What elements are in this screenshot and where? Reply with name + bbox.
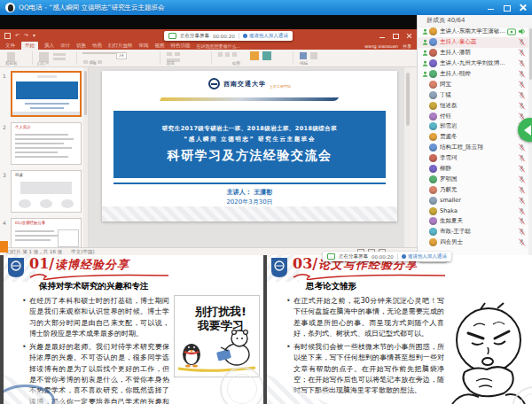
member-row[interactable]: 主讲人-九州大学刘炆博… [418,58,528,69]
thumbnail-scrollbar[interactable] [83,67,88,247]
ppt-close-button[interactable] [406,33,412,39]
qq-call-window: QQ电话 - “感人瞬间 立德明志”研究生云主题班会 ↶ ↷ ▾ [0,0,532,404]
member-row[interactable]: 丁猛 [418,89,528,100]
member-row[interactable]: 主持人-熙烨 [418,69,528,80]
university-shield-icon [270,257,288,278]
avatar [429,197,437,205]
screen-share-toolbar: 正在分享屏幕 00:00:20 邀请他人加入通话 [323,252,451,261]
powerpoint-window: ↶ ↷ ▾ 正在分享屏幕 00:00:20 邀请他人加入通话 [0,29,417,255]
ppt-minimize-button[interactable] [379,33,386,39]
slide-editing-canvas[interactable]: 西南交通大学 土木工程学院 研究生2017级专硕岩土一班、2018级岩土班、20… [89,67,411,247]
thumbnail-slide-1[interactable] [11,71,82,117]
member-row[interactable]: 结构工程_陈云翔 [418,143,528,153]
font-name-box[interactable] [82,52,118,54]
tab-视图[interactable]: 视图 [155,42,165,50]
ribbon-group-label: 段落 [167,61,175,66]
avatar [429,113,437,120]
underline-button[interactable] [98,60,102,64]
window-title: QQ电话 - “感人瞬间 立德明志”研究生云主题班会 [19,4,164,12]
member-row[interactable]: 柳静 [418,164,528,175]
minimize-button[interactable] [487,4,495,12]
member-row[interactable]: 付钰 [418,111,528,121]
muted-mic-icon [518,70,526,78]
thumbnail-slide-3[interactable]: 目录 [11,170,82,213]
font-size-box[interactable]: 24 [116,52,127,59]
shape-circle-button[interactable] [225,52,230,57]
member-row[interactable]: 李雪珂 [418,153,528,164]
reset-button[interactable] [53,58,66,60]
bold-button[interactable] [83,60,88,64]
tab-动画[interactable]: 动画 [92,42,102,50]
member-list: 主讲人-东南大学王潇敏…主持人-童心蕊主持人-潘萌主讲人-九州大学刘炆博…主持人… [418,27,528,253]
quickaccess-dropdown-icon[interactable]: ▾ [33,33,35,38]
select-button[interactable] [310,52,317,59]
tab-特色功能[interactable]: 特色功能 [171,42,191,50]
shape-rect-button[interactable] [218,52,223,57]
undo-icon[interactable]: ↶ [15,33,20,38]
member-row[interactable]: 主讲人-东南大学王潇敏… [418,27,528,37]
member-row[interactable]: 主持人-潘萌 [418,48,528,58]
member-name: 丁猛 [440,91,518,99]
ribbon-group-label: 幻灯片 [37,61,50,66]
member-row[interactable]: 郭雪岩 [418,121,528,132]
tab-文件[interactable]: 文件 [5,42,15,50]
member-row[interactable]: 市政-王子聪 [418,227,528,237]
thumb-number: 1 [3,73,6,79]
language-indicator: 中文(中国) [71,249,94,255]
muted-mic-icon [518,238,526,246]
redo-icon[interactable]: ↷ [24,33,28,38]
muted-mic-icon [518,154,526,162]
invite-button[interactable]: 邀请他人加入通话 [243,33,288,39]
member-row[interactable]: 主持人-童心蕊 [418,37,528,48]
muted-mic-icon [518,217,526,225]
role-badge-icon [422,71,429,77]
member-row[interactable]: 生如夏天 [418,216,528,227]
arrange-button[interactable] [250,51,259,60]
member-row[interactable]: 四会男士 [418,237,528,248]
tab-设计[interactable]: 设计 [60,42,70,50]
align-left-button[interactable] [167,52,172,56]
thumbnail-slide-2[interactable]: 个人简介 [11,122,82,165]
muted-mic-icon [518,175,526,183]
member-row[interactable]: smaller [418,195,528,206]
layout-button[interactable] [53,53,66,56]
member-row[interactable]: 阿宝 [418,79,528,89]
tell-me-search[interactable]: 告诉我您想要做什么... [197,43,241,49]
restore-button[interactable] [503,4,511,12]
slide-scrollbar[interactable] [404,67,411,247]
tab-切换[interactable]: 切换 [76,42,86,50]
member-row[interactable]: 罗明国 [418,174,528,184]
member-name: 主持人-童心蕊 [440,38,518,46]
ppt-restore-button[interactable] [393,33,399,39]
avatar [429,228,437,236]
thumb-number: 3 [3,172,6,178]
member-name: 贾孟冬 [440,133,518,141]
role-badge-icon [422,39,429,45]
watermark-emblem [220,367,263,404]
member-name: 郭雪岩 [440,122,518,130]
shared-screen-area: ↶ ↷ ▾ 正在分享屏幕 00:00:20 邀请他人加入通话 [0,15,417,255]
shape-arrow-button[interactable] [232,52,237,57]
member-row[interactable]: 乃麒元 [418,184,528,195]
invite-button[interactable]: 邀请他人加入通话 [402,253,447,260]
tab-开始[interactable]: 开始 [21,42,38,50]
save-icon[interactable] [4,33,11,39]
member-row[interactable]: 恒述磊 [418,100,528,111]
member-name: 恒述磊 [440,102,518,110]
tab-幻灯片放映[interactable]: 幻灯片放映 [108,42,133,50]
bullet-point: 在正式开始之前，花30分钟来沉淀心灵吧！写下任何盘旋在脑海中的事情，无论是需要完… [286,296,444,339]
tab-审阅[interactable]: 审阅 [139,42,149,50]
avatar [429,165,437,173]
quick-styles-button[interactable] [262,51,271,60]
member-row[interactable]: 贾孟冬 [418,132,528,143]
tab-插入[interactable]: 插入 [44,42,54,50]
share-timer: 00:00:20 [213,34,235,39]
meme-text-line1: 别打扰我! [194,305,246,318]
close-button[interactable] [519,4,527,12]
member-row[interactable]: Shaka [418,206,528,216]
align-center-button[interactable] [175,52,180,56]
member-name: 李雪珂 [440,154,518,162]
share-button[interactable]: 共享 [403,43,411,49]
account-name[interactable]: wang xiaoxuan [364,43,398,49]
find-button[interactable] [300,52,307,59]
